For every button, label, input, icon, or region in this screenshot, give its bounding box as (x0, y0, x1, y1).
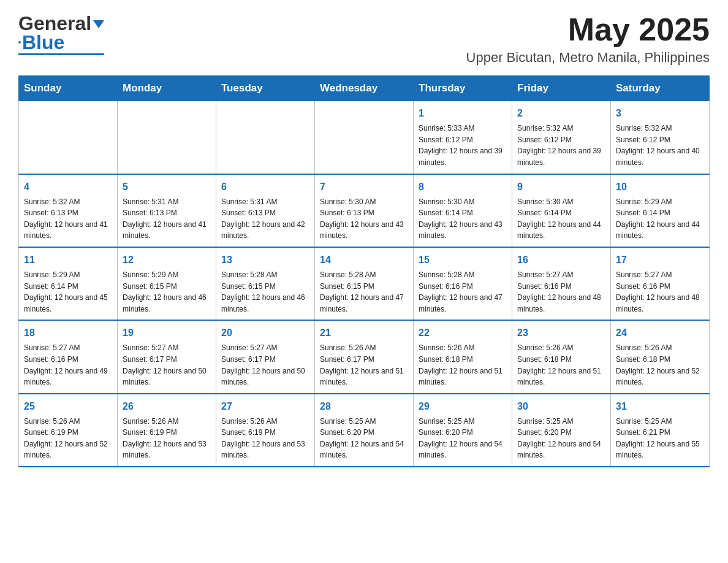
day-number: 30 (517, 399, 605, 414)
day-info: Sunrise: 5:27 AM Sunset: 6:17 PM Dayligh… (123, 342, 211, 388)
day-number: 31 (616, 399, 704, 414)
header-thursday: Thursday (414, 76, 512, 101)
day-number: 11 (24, 253, 112, 267)
day-number: 19 (123, 326, 211, 340)
calendar-cell: 14Sunrise: 5:28 AM Sunset: 6:15 PM Dayli… (315, 247, 414, 320)
calendar-cell: 7Sunrise: 5:30 AM Sunset: 6:13 PM Daylig… (315, 174, 414, 247)
day-number: 16 (517, 253, 605, 267)
calendar-cell: 5Sunrise: 5:31 AM Sunset: 6:13 PM Daylig… (118, 174, 216, 247)
calendar-table: SundayMondayTuesdayWednesdayThursdayFrid… (18, 75, 710, 467)
day-info: Sunrise: 5:25 AM Sunset: 6:20 PM Dayligh… (419, 416, 507, 461)
day-number: 15 (419, 253, 507, 267)
day-number: 27 (221, 399, 309, 414)
day-number: 3 (616, 106, 704, 121)
day-number: 12 (123, 253, 211, 267)
logo-underline (18, 53, 104, 55)
calendar-cell: 10Sunrise: 5:29 AM Sunset: 6:14 PM Dayli… (611, 174, 710, 247)
logo-triangle-icon (93, 20, 104, 28)
day-info: Sunrise: 5:31 AM Sunset: 6:13 PM Dayligh… (123, 196, 211, 242)
calendar-cell: 16Sunrise: 5:27 AM Sunset: 6:16 PM Dayli… (512, 247, 611, 320)
logo: General Blue (18, 12, 104, 55)
day-info: Sunrise: 5:29 AM Sunset: 6:14 PM Dayligh… (616, 196, 704, 242)
calendar-cell: 23Sunrise: 5:26 AM Sunset: 6:18 PM Dayli… (512, 320, 611, 393)
day-number: 1 (419, 106, 507, 121)
day-number: 28 (320, 399, 408, 414)
day-number: 5 (123, 180, 211, 194)
calendar-cell: 2Sunrise: 5:32 AM Sunset: 6:12 PM Daylig… (512, 101, 611, 174)
day-info: Sunrise: 5:25 AM Sunset: 6:20 PM Dayligh… (320, 416, 408, 461)
month-title: May 2025 (466, 12, 710, 47)
day-info: Sunrise: 5:30 AM Sunset: 6:13 PM Dayligh… (320, 196, 408, 242)
calendar-cell: 21Sunrise: 5:26 AM Sunset: 6:17 PM Dayli… (315, 320, 414, 393)
day-info: Sunrise: 5:33 AM Sunset: 6:12 PM Dayligh… (419, 123, 507, 168)
header-tuesday: Tuesday (216, 76, 315, 101)
calendar-cell: 29Sunrise: 5:25 AM Sunset: 6:20 PM Dayli… (414, 394, 512, 467)
day-number: 13 (221, 253, 309, 267)
day-info: Sunrise: 5:26 AM Sunset: 6:19 PM Dayligh… (24, 416, 112, 461)
day-info: Sunrise: 5:29 AM Sunset: 6:14 PM Dayligh… (24, 269, 112, 315)
calendar-cell: 1Sunrise: 5:33 AM Sunset: 6:12 PM Daylig… (414, 101, 512, 174)
calendar-cell: 11Sunrise: 5:29 AM Sunset: 6:14 PM Dayli… (19, 247, 118, 320)
day-number: 22 (419, 326, 507, 340)
calendar-cell: 4Sunrise: 5:32 AM Sunset: 6:13 PM Daylig… (19, 174, 118, 247)
day-number: 29 (419, 399, 507, 414)
day-info: Sunrise: 5:28 AM Sunset: 6:16 PM Dayligh… (419, 269, 507, 315)
day-number: 14 (320, 253, 408, 267)
week-row-2: 4Sunrise: 5:32 AM Sunset: 6:13 PM Daylig… (19, 174, 710, 247)
day-info: Sunrise: 5:26 AM Sunset: 6:17 PM Dayligh… (320, 342, 408, 388)
days-header-row: SundayMondayTuesdayWednesdayThursdayFrid… (19, 76, 710, 101)
title-area: May 2025 Upper Bicutan, Metro Manila, Ph… (466, 12, 710, 66)
day-info: Sunrise: 5:31 AM Sunset: 6:13 PM Dayligh… (221, 196, 309, 242)
header-saturday: Saturday (611, 76, 710, 101)
day-number: 18 (24, 326, 112, 340)
calendar-cell: 27Sunrise: 5:26 AM Sunset: 6:19 PM Dayli… (216, 394, 315, 467)
calendar-cell: 28Sunrise: 5:25 AM Sunset: 6:20 PM Dayli… (315, 394, 414, 467)
day-info: Sunrise: 5:25 AM Sunset: 6:20 PM Dayligh… (517, 416, 605, 461)
calendar-cell: 6Sunrise: 5:31 AM Sunset: 6:13 PM Daylig… (216, 174, 315, 247)
day-info: Sunrise: 5:28 AM Sunset: 6:15 PM Dayligh… (320, 269, 408, 315)
day-number: 23 (517, 326, 605, 340)
day-number: 9 (517, 180, 605, 194)
week-row-4: 18Sunrise: 5:27 AM Sunset: 6:16 PM Dayli… (19, 320, 710, 393)
calendar-cell (216, 101, 315, 174)
day-number: 7 (320, 180, 408, 194)
day-info: Sunrise: 5:26 AM Sunset: 6:18 PM Dayligh… (616, 342, 704, 388)
header-sunday: Sunday (19, 76, 118, 101)
day-info: Sunrise: 5:26 AM Sunset: 6:18 PM Dayligh… (517, 342, 605, 388)
logo-blue: Blue (22, 33, 64, 52)
day-number: 20 (221, 326, 309, 340)
calendar-cell: 20Sunrise: 5:27 AM Sunset: 6:17 PM Dayli… (216, 320, 315, 393)
day-info: Sunrise: 5:27 AM Sunset: 6:16 PM Dayligh… (616, 269, 704, 315)
day-info: Sunrise: 5:32 AM Sunset: 6:13 PM Dayligh… (24, 196, 112, 242)
calendar-cell: 19Sunrise: 5:27 AM Sunset: 6:17 PM Dayli… (118, 320, 216, 393)
day-info: Sunrise: 5:30 AM Sunset: 6:14 PM Dayligh… (517, 196, 605, 242)
day-info: Sunrise: 5:32 AM Sunset: 6:12 PM Dayligh… (616, 123, 704, 168)
calendar-cell (118, 101, 216, 174)
calendar-cell: 26Sunrise: 5:26 AM Sunset: 6:19 PM Dayli… (118, 394, 216, 467)
header-friday: Friday (512, 76, 611, 101)
day-number: 25 (24, 399, 112, 414)
day-info: Sunrise: 5:30 AM Sunset: 6:14 PM Dayligh… (419, 196, 507, 242)
day-info: Sunrise: 5:26 AM Sunset: 6:19 PM Dayligh… (123, 416, 211, 461)
calendar-cell: 22Sunrise: 5:26 AM Sunset: 6:18 PM Dayli… (414, 320, 512, 393)
calendar-cell: 25Sunrise: 5:26 AM Sunset: 6:19 PM Dayli… (19, 394, 118, 467)
calendar-cell (315, 101, 414, 174)
day-info: Sunrise: 5:27 AM Sunset: 6:17 PM Dayligh… (221, 342, 309, 388)
day-number: 4 (24, 180, 112, 194)
header-monday: Monday (118, 76, 216, 101)
day-number: 24 (616, 326, 704, 340)
calendar-cell (19, 101, 118, 174)
calendar-cell: 24Sunrise: 5:26 AM Sunset: 6:18 PM Dayli… (611, 320, 710, 393)
calendar-cell: 18Sunrise: 5:27 AM Sunset: 6:16 PM Dayli… (19, 320, 118, 393)
calendar-cell: 8Sunrise: 5:30 AM Sunset: 6:14 PM Daylig… (414, 174, 512, 247)
day-info: Sunrise: 5:28 AM Sunset: 6:15 PM Dayligh… (221, 269, 309, 315)
calendar-cell: 17Sunrise: 5:27 AM Sunset: 6:16 PM Dayli… (611, 247, 710, 320)
week-row-1: 1Sunrise: 5:33 AM Sunset: 6:12 PM Daylig… (19, 101, 710, 174)
day-info: Sunrise: 5:32 AM Sunset: 6:12 PM Dayligh… (517, 123, 605, 168)
header-wednesday: Wednesday (315, 76, 414, 101)
calendar-cell: 30Sunrise: 5:25 AM Sunset: 6:20 PM Dayli… (512, 394, 611, 467)
day-number: 21 (320, 326, 408, 340)
day-info: Sunrise: 5:26 AM Sunset: 6:19 PM Dayligh… (221, 416, 309, 461)
day-number: 2 (517, 106, 605, 121)
calendar-cell: 31Sunrise: 5:25 AM Sunset: 6:21 PM Dayli… (611, 394, 710, 467)
